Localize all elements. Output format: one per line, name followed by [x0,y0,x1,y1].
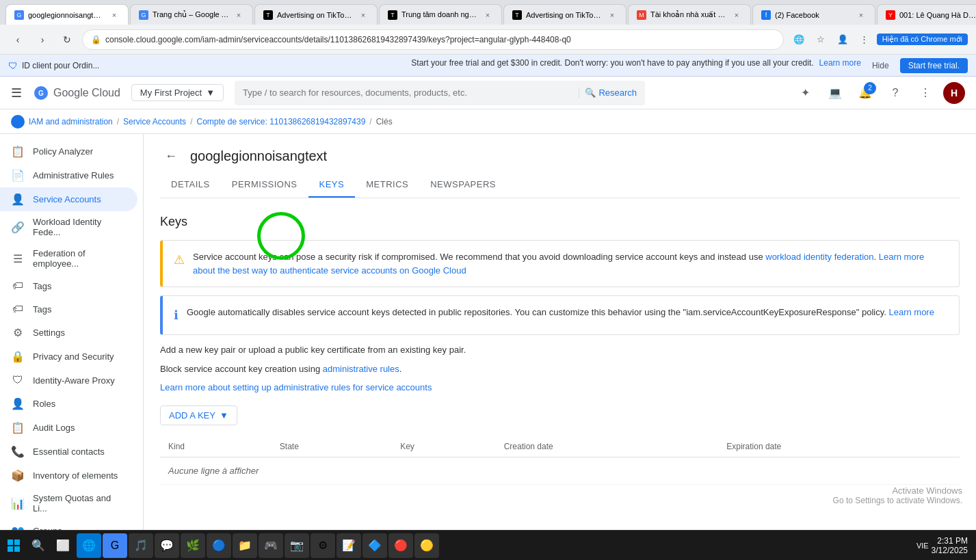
sidebar-item-iap[interactable]: 🛡 Identity-Aware Proxy [0,369,137,392]
url-bar[interactable]: 🔒 console.cloud.google.com/iam-admin/ser… [82,29,784,50]
tab-close-4[interactable]: × [482,10,493,21]
tab-metrics[interactable]: METRICS [355,172,419,198]
sidebar-item-inventory[interactable]: 📦 Inventory of elements [0,464,137,488]
tab-close-3[interactable]: × [358,10,369,21]
tab-close-2[interactable]: × [233,10,244,21]
more-options-icon[interactable]: ⋮ [855,30,874,49]
sidebar-item-privacy-security[interactable]: 🔒 Privacy and Security [0,345,137,369]
workload-identity-link[interactable]: workload identity federation [765,252,873,262]
tab-permissions[interactable]: PERMISSIONS [221,172,308,198]
translate-icon[interactable]: 🌐 [789,30,808,49]
search-input[interactable] [243,88,573,98]
action-text-1: Add a new key pair or upload a public ke… [160,343,960,357]
taskbar-app-7[interactable]: 📁 [233,533,257,558]
back-navigation-button[interactable]: ‹ [8,30,27,49]
tab-6[interactable]: M Tài khoản nhà xuất bản G... × [628,4,751,25]
tab-newspapers[interactable]: NEWSPAPERS [419,172,507,198]
sidebar-item-tags-2[interactable]: 🏷 Tags [0,297,137,321]
tab-3[interactable]: T Advertising on TikTok | Ti... × [254,4,378,25]
taskbar-app-8[interactable]: 🎮 [259,533,283,558]
bookmark-icon[interactable]: ☆ [811,30,830,49]
learn-admin-rules-link[interactable]: Learn more about setting up administrati… [160,382,432,392]
trial-message: Start your free trial and get $300 in cr… [411,58,813,73]
research-button[interactable]: 🔍 Research [579,88,637,98]
taskbar-app-6[interactable]: 🔵 [207,533,231,558]
taskbar-right: VIE 2:31 PM 3/12/2025 [916,536,973,555]
tab-2[interactable]: G Trang chủ – Google AdSe... × [130,4,253,25]
learn-more-policy-link[interactable]: Learn more [888,307,934,317]
sidebar-item-workload-identity[interactable]: 🔗 Workload Identity Fede... [0,211,137,243]
sidebar-item-federation[interactable]: ☰ Federation of employee... [0,243,137,274]
back-button[interactable]: ← [160,145,182,167]
breadcrumb-iam[interactable]: IAM and administration [29,117,113,126]
tab-close-6[interactable]: × [731,10,742,21]
help-button[interactable]: ? [883,81,908,105]
sidebar-item-admin-rules[interactable]: 📄 Administrative Rules [0,163,137,187]
sidebar-item-roles[interactable]: 👤 Roles [0,392,137,416]
tab-close-5[interactable]: × [607,10,618,21]
taskbar-app-14[interactable]: 🟡 [414,533,439,558]
active-tab[interactable]: G googlegionnoisangtext – × [5,4,129,25]
taskbar-app-3[interactable]: 🎵 [129,533,153,558]
tab-7[interactable]: f (2) Facebook × [752,4,875,25]
notifications-button[interactable]: 🔔 2 [853,81,878,105]
taskbar-app-5[interactable]: 🌿 [181,533,205,558]
user-avatar[interactable]: H [943,82,965,104]
sidebar-item-audit-logs[interactable]: 📋 Audit Logs [0,416,137,440]
main-content: ← googlegionnoisangtext DETAILS PERMISSI… [144,134,976,530]
table-header: Kind State Key Creation date Expiration … [160,436,960,457]
page-header: ← googlegionnoisangtext [144,134,976,167]
sidebar-item-groups[interactable]: 👥 Groups [0,519,137,530]
reload-button[interactable]: ↻ [57,30,77,49]
taskbar-app-9[interactable]: 📷 [285,533,309,558]
sidebar-item-tags-1[interactable]: 🏷 Tags [0,274,137,297]
breadcrumb-account-id[interactable]: Compte de service: 110138626819432897439 [196,117,365,126]
breadcrumb-service-accounts[interactable]: Service Accounts [123,117,186,126]
taskbar-app-10[interactable]: ⚙ [311,533,335,558]
tab-8[interactable]: Y 001: Lê Quang Hà Do... × [877,4,976,25]
sidebar-item-settings[interactable]: ⚙ Settings [0,321,137,345]
learn-more-link[interactable]: Learn more [819,58,861,73]
start-trial-button[interactable]: Start free trial. [900,58,968,73]
tab-details[interactable]: DETAILS [160,172,221,198]
tab-5[interactable]: T Advertising on TikTok | Ti... × [503,4,627,25]
forward-navigation-button[interactable]: › [33,30,52,49]
col-key: Key [392,436,495,457]
tags-2-icon: 🏷 [11,303,25,315]
tab-4[interactable]: T Trung tâm doanh nghiệp... × [379,4,502,25]
settings-icon: ⚙ [11,326,25,339]
tab-close-7[interactable]: × [856,10,867,21]
project-selector[interactable]: My First Project ▼ [131,84,224,101]
taskbar-app-11[interactable]: 📝 [337,533,361,558]
tab-close-btn[interactable]: × [109,10,120,21]
taskbar-app-4[interactable]: 💬 [155,533,179,558]
hide-button[interactable]: Hide [867,58,895,73]
sidebar-item-policy-analyzer[interactable]: 📋 Policy Analyzer [0,139,137,163]
tab-favicon-5: T [512,10,522,20]
taskbar-app-2[interactable]: G [103,533,127,558]
taskbar-app-1[interactable]: 🌐 [77,533,101,558]
taskbar-task-view-icon[interactable]: ⬜ [52,535,74,557]
tab-title-7: (2) Facebook [775,11,852,19]
tab-keys[interactable]: KEYS [308,172,356,198]
cloud-shell-icon[interactable]: 💻 [823,81,847,105]
taskbar-search-icon[interactable]: 🔍 [27,535,49,557]
sidebar-item-service-accounts[interactable]: 👤 Service Accounts [0,187,137,211]
start-button[interactable] [3,535,25,557]
more-menu-button[interactable]: ⋮ [913,81,938,105]
chrome-new-badge[interactable]: Hiện đã có Chrome mới [877,34,968,45]
col-state: State [272,436,392,457]
windows-logo-icon [7,539,21,552]
admin-rules-link[interactable]: administrative rules [323,364,399,374]
info-bar-actions: Start your free trial and get $300 in cr… [411,58,968,73]
sidebar-item-system-quotas[interactable]: 📊 System Quotas and Li... [0,488,137,519]
main-menu-icon[interactable]: ☰ [11,85,22,101]
taskbar-app-12[interactable]: 🔷 [362,533,387,558]
privacy-security-icon: 🔒 [11,350,25,363]
add-key-button[interactable]: ADD A KEY ▼ [160,405,237,425]
add-icon-button[interactable]: ✦ [793,81,817,105]
taskbar-app-13[interactable]: 🔴 [388,533,413,558]
sidebar-item-essential-contacts[interactable]: 📞 Essential contacts [0,440,137,464]
profile-icon[interactable]: 👤 [833,30,852,49]
col-creation-date: Creation date [496,436,719,457]
